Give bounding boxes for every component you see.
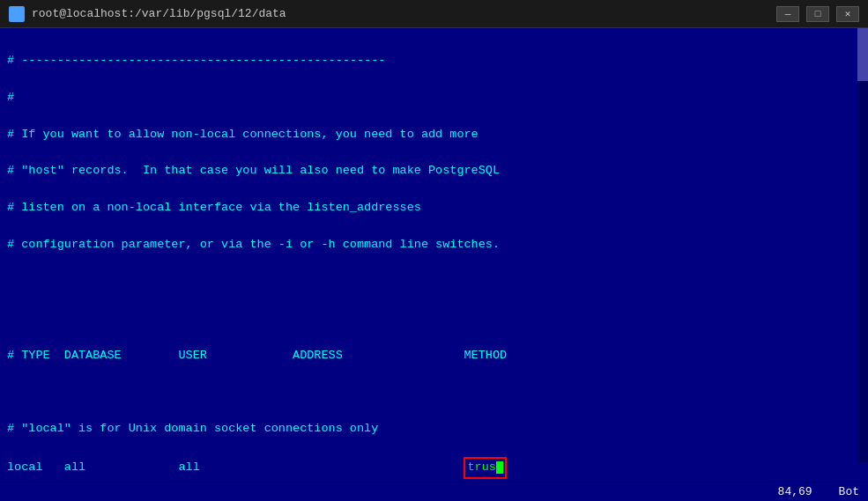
window-title: root@localhost:/var/lib/pgsql/12/data xyxy=(32,7,776,20)
svg-rect-4 xyxy=(13,12,15,14)
line-1: # --------------------------------------… xyxy=(7,52,861,70)
maximize-button[interactable]: □ xyxy=(806,6,829,22)
line-10 xyxy=(7,384,861,402)
titlebar: root@localhost:/var/lib/pgsql/12/data — … xyxy=(0,0,868,28)
window: root@localhost:/var/lib/pgsql/12/data — … xyxy=(0,0,868,501)
line-12: local all all trus xyxy=(7,457,861,479)
window-controls: — □ ✕ xyxy=(776,6,859,22)
minimize-button[interactable]: — xyxy=(776,6,799,22)
line-5: # listen on a non-local interface via th… xyxy=(7,199,861,217)
app-icon xyxy=(9,6,25,22)
line-8 xyxy=(7,310,861,328)
line-6: # configuration parameter, or via the -i… xyxy=(7,236,861,254)
trust-value: trus xyxy=(464,457,506,479)
line-3: # If you want to allow non-local connect… xyxy=(7,126,861,144)
cursor-position: 84,69 xyxy=(778,485,812,498)
line-7 xyxy=(7,273,861,291)
terminal-output: # --------------------------------------… xyxy=(7,33,861,482)
statusbar: 84,69 Bot xyxy=(0,482,868,501)
line-2: # xyxy=(7,89,861,107)
text-cursor xyxy=(496,461,503,474)
line-9: # TYPE DATABASE USER ADDRESS METHOD xyxy=(7,347,861,365)
close-button[interactable]: ✕ xyxy=(836,6,859,22)
scrollbar-thumb[interactable] xyxy=(857,28,868,81)
status-mode: Bot xyxy=(839,485,859,498)
line-4: # "host" records. In that case you will … xyxy=(7,162,861,181)
scrollbar[interactable] xyxy=(857,28,868,462)
svg-rect-5 xyxy=(16,12,18,14)
svg-rect-6 xyxy=(19,12,20,14)
terminal-content: # --------------------------------------… xyxy=(0,28,868,482)
line-11: # "local" is for Unix domain socket conn… xyxy=(7,420,861,438)
